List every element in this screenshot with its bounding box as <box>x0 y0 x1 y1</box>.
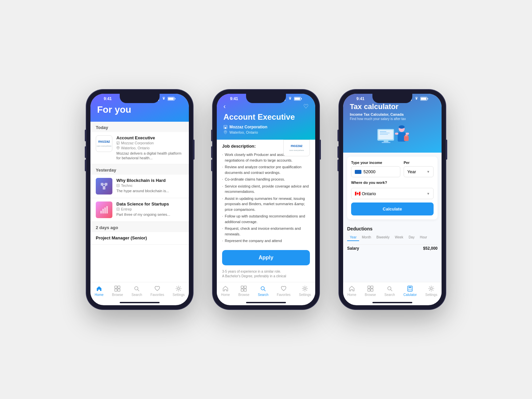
svg-point-46 <box>225 131 226 132</box>
feed-item-content-2: Why Blockchain is Hard Technc The hype a… <box>116 178 184 193</box>
tab-hour[interactable]: Hour <box>417 234 430 241</box>
calculator-icon <box>406 285 414 292</box>
svg-rect-40 <box>295 98 300 100</box>
tab-day[interactable]: Day <box>406 234 417 241</box>
wifi-icon-3 <box>414 97 419 101</box>
svg-point-89 <box>430 288 432 290</box>
svg-rect-48 <box>244 286 246 288</box>
favorite-button[interactable]: ♡ <box>303 103 309 110</box>
list-item[interactable]: Data Science for Startups Entrep Part th… <box>90 198 189 222</box>
notch-2 <box>246 94 286 103</box>
svg-rect-18 <box>117 184 119 187</box>
province-dropdown-arrow: ▼ <box>427 192 430 196</box>
tab-week[interactable]: Week <box>392 234 406 241</box>
calculator-card: Type your income 52000 Per Year ▼ <box>347 157 438 219</box>
nav-settings-2[interactable]: Settings <box>299 285 311 297</box>
tax-person-svg <box>376 124 409 147</box>
list-item[interactable]: Project Manager (Senior) <box>90 232 189 245</box>
search-icon <box>133 285 140 292</box>
nav-settings-3[interactable]: Settings <box>425 285 437 297</box>
tab-month[interactable]: Month <box>359 234 374 241</box>
bullet-5: Assist in updating summaries for renewal… <box>222 195 310 213</box>
list-item[interactable]: mozzazcare everywhere Account Executive … <box>90 132 189 164</box>
company-logo-overlay: mozzazcare everywhere <box>283 140 310 156</box>
tax-title: Tax calculator <box>350 102 435 111</box>
svg-rect-5 <box>168 98 174 100</box>
home-indicator-2 <box>246 302 286 303</box>
svg-rect-43 <box>224 127 225 127</box>
article-source-2: Entrep <box>116 207 184 211</box>
job-title-2: Project Manager (Senior) <box>96 235 184 240</box>
nav-label-favorites-1: Favorites <box>151 293 164 297</box>
search-icon-3 <box>386 285 393 292</box>
svg-rect-31 <box>118 289 120 291</box>
nav-home-1[interactable]: Home <box>95 285 104 297</box>
svg-rect-6 <box>175 98 176 99</box>
svg-rect-22 <box>102 209 104 213</box>
bullet-2: Review and analyze contractor pre qualif… <box>222 164 310 176</box>
period-tabs: Year Month Biweekly Week Day Hour <box>347 234 438 241</box>
apply-button[interactable]: Apply <box>222 250 310 265</box>
nav-label-settings-3: Settings <box>425 293 437 297</box>
article-desc-1: The hype around blockchain is... <box>116 189 184 193</box>
data-icon <box>99 205 109 215</box>
svg-rect-13 <box>105 183 107 186</box>
province-select[interactable]: 🇨🇦 Ontario ▼ <box>351 188 434 199</box>
bullet-4: Service existing client, provide coverag… <box>222 183 310 195</box>
feed-body[interactable]: Today mozzazcare everywhere Account Exec… <box>90 122 189 282</box>
battery-icon-1 <box>168 97 176 101</box>
nav-browse-2[interactable]: Browse <box>238 285 249 297</box>
nav-search-3[interactable]: Search <box>384 285 395 297</box>
currency-indicator <box>355 170 361 174</box>
svg-point-11 <box>117 147 119 148</box>
company-logo-1: mozzazcare everywhere <box>96 135 112 152</box>
nav-label-home-3: Home <box>347 293 356 297</box>
svg-point-34 <box>178 288 180 290</box>
job-company-row: Mozzaz Corporation <box>223 125 309 129</box>
job-location-1: Waterloo, Ontario <box>116 146 184 150</box>
where-label: Where do you work? <box>351 181 434 185</box>
salary-label: Salary <box>347 246 359 251</box>
nav-browse-3[interactable]: Browse <box>365 285 376 297</box>
deductions-title: Deductions <box>347 226 438 231</box>
nav-home-2[interactable]: Home <box>221 285 230 297</box>
nav-browse-1[interactable]: Browse <box>112 285 123 297</box>
home-icon <box>95 285 103 292</box>
nav-search-2[interactable]: Search <box>258 285 269 297</box>
svg-point-69 <box>399 125 405 129</box>
nav-favorites-1[interactable]: Favorites <box>151 285 164 297</box>
nav-settings-1[interactable]: Settings <box>173 285 185 297</box>
back-button[interactable]: ‹ <box>223 102 226 110</box>
per-select[interactable]: Year ▼ <box>404 166 434 177</box>
job-body[interactable]: mozzazcare everywhere Job description: W… <box>217 140 315 247</box>
income-row: Type your income 52000 Per Year ▼ <box>351 161 434 177</box>
home-icon-3 <box>348 285 355 292</box>
settings-icon-3 <box>428 285 435 292</box>
nav-calculator-3[interactable]: Calulator <box>403 285 417 297</box>
building-icon-2 <box>223 125 227 129</box>
calculate-button[interactable]: Calculate <box>351 202 434 215</box>
svg-point-87 <box>410 290 410 290</box>
income-input[interactable]: 52000 <box>351 166 400 177</box>
svg-rect-9 <box>118 143 119 143</box>
scene: 9:41 For you Today mozzazcare everywhere <box>73 70 459 329</box>
tab-year[interactable]: Year <box>347 234 359 241</box>
nav-home-3[interactable]: Home <box>347 285 356 297</box>
nav-label-home-2: Home <box>221 293 230 297</box>
nav-label-favorites-2: Favorites <box>277 293 291 297</box>
svg-line-17 <box>104 186 106 187</box>
per-dropdown-arrow: ▼ <box>427 170 430 174</box>
nav-label-search-2: Search <box>258 293 269 297</box>
job-location-row: Waterloo, Ontario <box>223 130 309 134</box>
feed-item-content-4: Project Manager (Senior) <box>96 235 184 241</box>
svg-rect-78 <box>371 289 373 291</box>
job-company-1: Mozzaz Corporation <box>116 141 184 145</box>
nav-search-1[interactable]: Search <box>132 285 142 297</box>
nav-favorites-2[interactable]: Favorites <box>277 285 291 297</box>
tax-body[interactable]: Type your income 52000 Per Year ▼ <box>343 153 442 282</box>
tab-biweekly[interactable]: Biweekly <box>374 234 392 241</box>
bullet-7: Request, check and invoice endorsements … <box>222 225 310 237</box>
list-item[interactable]: Why Blockchain is Hard Technc The hype a… <box>90 175 189 198</box>
nav-label-browse-2: Browse <box>238 293 249 297</box>
svg-rect-74 <box>406 133 409 135</box>
